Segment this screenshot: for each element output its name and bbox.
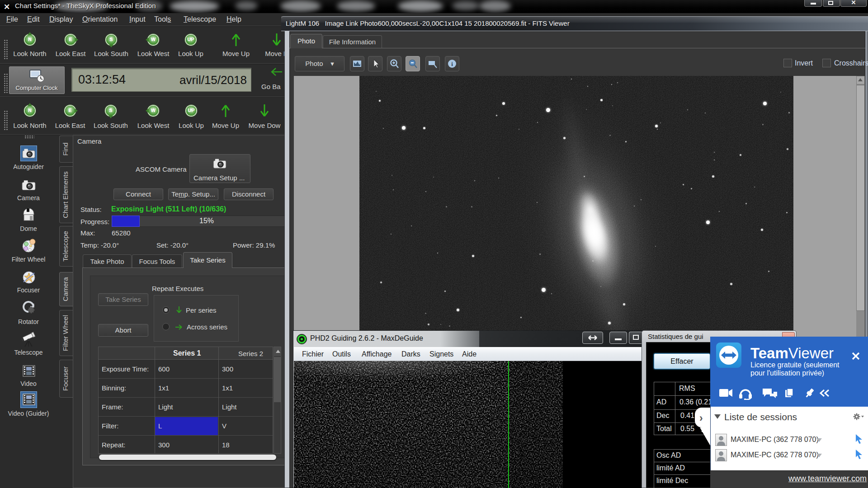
svg-text:i: i [451,61,453,67]
